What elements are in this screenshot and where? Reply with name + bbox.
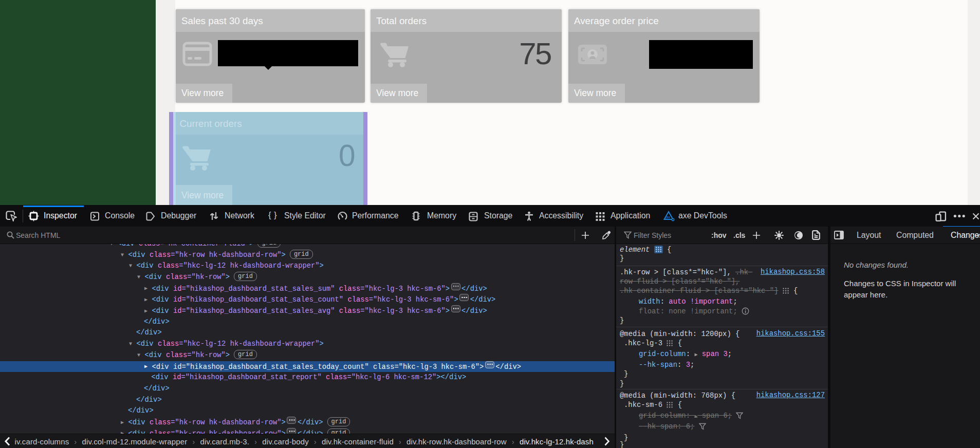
svg-text:ax: ax xyxy=(666,215,670,219)
